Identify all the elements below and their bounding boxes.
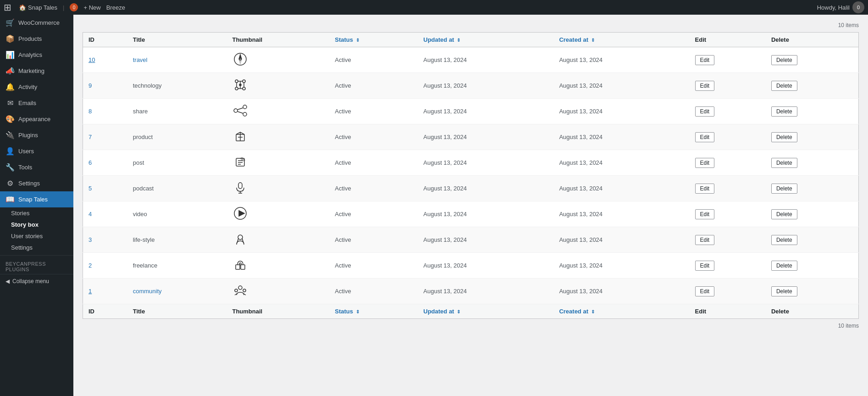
woocommerce-icon: 🛒	[6, 18, 15, 27]
cell-updated-at: August 13, 2024	[418, 150, 553, 176]
cell-edit: Edit	[690, 227, 766, 253]
sidebar-item-tools[interactable]: 🔧 Tools	[0, 159, 73, 175]
cell-id: 3	[83, 227, 127, 253]
cell-thumbnail	[227, 124, 329, 150]
sidebar-sub-userstories[interactable]: User stories	[0, 230, 73, 242]
sidebar-label-snaptales: Snap Tales	[18, 196, 48, 203]
col-updated-at[interactable]: Updated at ⇕	[418, 33, 553, 47]
table-footer-row: ID Title Thumbnail Status ⇕ Updated at ⇕…	[83, 304, 859, 319]
sidebar-sub-storybox[interactable]: Story box	[0, 219, 73, 230]
col-created-at[interactable]: Created at ⇕	[553, 33, 689, 47]
table-row: 10travelActiveAugust 13, 2024August 13, …	[83, 47, 859, 73]
sidebar-item-plugins[interactable]: 🔌 Plugins	[0, 127, 73, 143]
cell-created-at: August 13, 2024	[553, 279, 689, 304]
edit-button[interactable]: Edit	[695, 184, 715, 194]
sidebar-item-woocommerce[interactable]: 🛒 WooCommerce	[0, 15, 73, 31]
delete-button[interactable]: Delete	[771, 55, 797, 65]
sidebar-item-settings[interactable]: ⚙ Settings	[0, 175, 73, 191]
howdy-text: Howdy, Halil	[817, 4, 850, 11]
title-link[interactable]: travel	[133, 56, 148, 63]
site-link[interactable]: 🏠 Snap Tales	[19, 4, 57, 11]
sidebar-item-activity[interactable]: 🔔 Activity	[0, 79, 73, 95]
table-row: 1communityActiveAugust 13, 2024August 13…	[83, 279, 859, 304]
sidebar-label-woocommerce: WooCommerce	[18, 19, 60, 26]
top-bar-right: Howdy, Halil 0	[817, 1, 864, 13]
top-bar: ⊞ 🏠 Snap Tales | 0 + New Breeze Howdy, H…	[0, 0, 868, 15]
col-updated-foot[interactable]: Updated at ⇕	[418, 304, 553, 319]
analytics-icon: 📊	[6, 50, 15, 59]
svg-line-38	[235, 293, 238, 295]
cell-updated-at: August 13, 2024	[418, 124, 553, 150]
emails-icon: ✉	[6, 99, 15, 107]
cell-updated-at: August 13, 2024	[418, 176, 553, 201]
plugin-link[interactable]: Breeze	[106, 4, 125, 11]
svg-line-39	[243, 293, 246, 295]
cell-title: podcast	[127, 176, 227, 201]
delete-button[interactable]: Delete	[771, 132, 797, 142]
avatar: 0	[852, 1, 864, 13]
items-count-bottom: 10 items	[83, 323, 859, 329]
cell-edit: Edit	[690, 73, 766, 99]
collapse-menu-button[interactable]: ◀ Collapse menu	[0, 274, 73, 288]
sidebar-item-snaptales[interactable]: 📖 Snap Tales	[0, 191, 73, 207]
collapse-icon: ◀	[6, 278, 10, 284]
sidebar-item-products[interactable]: 📦 Products	[0, 31, 73, 47]
cell-title: product	[127, 124, 227, 150]
edit-button[interactable]: Edit	[695, 106, 715, 117]
delete-button[interactable]: Delete	[771, 184, 797, 194]
sidebar-label-marketing: Marketing	[18, 67, 44, 74]
delete-button[interactable]: Delete	[771, 81, 797, 91]
sidebar-item-marketing[interactable]: 📣 Marketing	[0, 63, 73, 79]
table-row: 7productActiveAugust 13, 2024August 13, …	[83, 124, 859, 150]
cell-status: Active	[329, 150, 418, 176]
edit-button[interactable]: Edit	[695, 261, 715, 271]
cell-delete: Delete	[766, 99, 859, 124]
delete-button[interactable]: Delete	[771, 106, 797, 117]
edit-button[interactable]: Edit	[695, 132, 715, 142]
svg-point-36	[235, 289, 238, 292]
notification-badge[interactable]: 0	[70, 3, 78, 11]
col-status-foot[interactable]: Status ⇕	[329, 304, 418, 319]
table-row: 2freelanceActiveAugust 13, 2024August 13…	[83, 253, 859, 279]
sidebar-sub-settings[interactable]: Settings	[0, 242, 73, 253]
users-icon: 👤	[6, 147, 15, 156]
cell-id: 1	[83, 279, 127, 304]
cell-status: Active	[329, 124, 418, 150]
id-link[interactable]: 10	[88, 56, 95, 63]
edit-button[interactable]: Edit	[695, 286, 715, 296]
cell-updated-at: August 13, 2024	[418, 253, 553, 279]
edit-button[interactable]: Edit	[695, 81, 715, 91]
howdy-section: Howdy, Halil 0	[817, 1, 864, 13]
cell-id: 9	[83, 73, 127, 99]
sidebar-item-appearance[interactable]: 🎨 Appearance	[0, 111, 73, 127]
col-created-foot[interactable]: Created at ⇕	[553, 304, 689, 319]
delete-button[interactable]: Delete	[771, 209, 797, 219]
col-edit: Edit	[690, 33, 766, 47]
sidebar-label-plugins: Plugins	[18, 132, 38, 139]
edit-button[interactable]: Edit	[695, 235, 715, 245]
sidebar-item-emails[interactable]: ✉ Emails	[0, 95, 73, 111]
delete-button[interactable]: Delete	[771, 261, 797, 271]
delete-button[interactable]: Delete	[771, 286, 797, 296]
table-row: 5podcastActiveAugust 13, 2024August 13, …	[83, 176, 859, 201]
sidebar-label-analytics: Analytics	[18, 51, 42, 58]
edit-button[interactable]: Edit	[695, 209, 715, 219]
new-link[interactable]: + New	[83, 4, 100, 11]
svg-line-18	[238, 112, 243, 113]
cell-updated-at: August 13, 2024	[418, 227, 553, 253]
id-link[interactable]: 1	[88, 288, 92, 295]
delete-button[interactable]: Delete	[771, 235, 797, 245]
col-status[interactable]: Status ⇕	[329, 33, 418, 47]
edit-button[interactable]: Edit	[695, 158, 715, 168]
delete-button[interactable]: Delete	[771, 158, 797, 168]
sidebar-label-appearance: Appearance	[18, 116, 50, 123]
cell-updated-at: August 13, 2024	[418, 201, 553, 227]
sidebar-item-analytics[interactable]: 📊 Analytics	[0, 47, 73, 63]
sidebar-item-users[interactable]: 👤 Users	[0, 143, 73, 159]
edit-button[interactable]: Edit	[695, 55, 715, 65]
title-link[interactable]: community	[133, 288, 162, 295]
site-icon: 🏠	[19, 4, 26, 11]
cell-id: 6	[83, 150, 127, 176]
sidebar-sub-stories[interactable]: Stories	[0, 207, 73, 219]
snaptales-icon: 📖	[6, 195, 15, 204]
